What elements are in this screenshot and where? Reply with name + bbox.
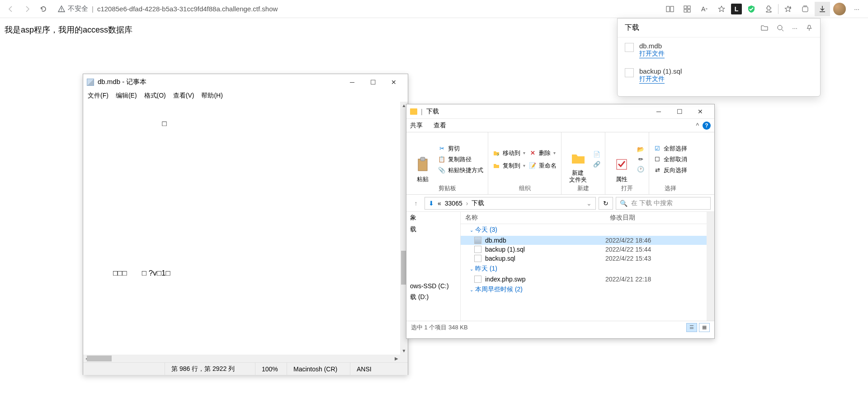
group-yesterday[interactable]: ⌄昨天 (1) <box>461 263 714 275</box>
delete-button[interactable]: ✕删除▾ <box>529 149 557 157</box>
cursor-position: 第 986 行，第 2922 列 <box>165 363 255 375</box>
line-ending: Macintosh (CR) <box>287 363 350 375</box>
shield-icon[interactable] <box>744 2 759 16</box>
file-row[interactable]: backup (1).sql 2022/4/22 15:44 <box>461 245 714 254</box>
file-icon <box>474 246 481 253</box>
nav-item[interactable]: 象 <box>406 212 460 224</box>
download-item[interactable]: backup (1).sql 打开文件 <box>618 63 820 88</box>
file-icon <box>625 68 634 77</box>
svg-point-1 <box>61 10 62 11</box>
group-earlier[interactable]: ⌄本周早些时候 (2) <box>461 284 714 295</box>
back-button[interactable] <box>4 2 18 16</box>
more-icon[interactable]: ··· <box>849 2 864 16</box>
notepad-titlebar[interactable]: db.mdb - 记事本 ─ ☐ ✕ <box>83 74 408 90</box>
explorer-ribbon: 粘贴 ✂剪切 📋复制路径 📎粘贴快捷方式 剪贴板 移动到▾ 复制到▾ ✕删除▾ … <box>406 132 714 195</box>
open-file-link[interactable]: 打开文件 <box>639 75 665 84</box>
invert-selection-button[interactable]: ⇄反向选择 <box>654 166 687 174</box>
menu-edit[interactable]: 编辑(E) <box>116 92 137 100</box>
scroll-thumb[interactable] <box>87 356 112 361</box>
file-row[interactable]: backup.sql 2022/4/22 15:43 <box>461 254 714 263</box>
svg-rect-3 <box>670 6 674 12</box>
svg-rect-5 <box>688 6 690 9</box>
explorer-tabs: 共享 查看 ^ ? <box>406 119 714 132</box>
file-row[interactable]: db.mdb 2022/4/22 18:46 <box>461 236 714 245</box>
svg-point-11 <box>778 25 782 30</box>
pin-icon[interactable] <box>806 24 813 32</box>
select-none-button[interactable]: ☐全部取消 <box>654 155 687 164</box>
explorer-address-bar: ↑ ⬇ « 33065 › 下载 ⌄ ↻ 🔍 在 下载 中搜索 <box>406 195 714 212</box>
folder-icon <box>410 108 417 115</box>
download-item[interactable]: db.mdb 打开文件 <box>618 37 820 63</box>
favorites-icon[interactable] <box>714 2 729 16</box>
open-folder-icon[interactable] <box>760 24 769 32</box>
file-icon <box>625 43 634 52</box>
explorer-titlebar[interactable]: | 下载 ─ ☐ ✕ <box>406 104 714 119</box>
cut-button[interactable]: ✂剪切 <box>438 145 483 153</box>
download-filename: backup (1).sql <box>639 67 682 75</box>
downloads-icon[interactable] <box>815 2 830 16</box>
svg-rect-10 <box>802 7 808 12</box>
path-bar[interactable]: ⬇ « 33065 › 下载 ⌄ <box>425 197 596 210</box>
new-folder-button[interactable]: 新建 文件夹 <box>566 135 590 183</box>
grid-icon[interactable] <box>679 2 695 16</box>
search-icon[interactable] <box>777 24 784 32</box>
vertical-scrollbar[interactable] <box>707 212 714 321</box>
up-button[interactable]: ↑ <box>410 197 422 209</box>
menu-file[interactable]: 文件(F) <box>88 92 108 100</box>
notepad-body[interactable]: □ □□□ □ ?v□1□ □□>□9 □ □ □ □ ? 詮斖;N□Rbcb?… <box>83 102 408 362</box>
nav-item[interactable]: 载 (D:) <box>406 291 460 303</box>
tab-share[interactable]: 共享 <box>410 122 423 130</box>
rename-button[interactable]: 📝重命名 <box>529 162 557 170</box>
text-size-icon[interactable]: A» <box>697 2 712 16</box>
move-to-button[interactable]: 移动到▾ <box>493 149 525 157</box>
nav-item[interactable]: 载 <box>406 224 460 235</box>
search-box[interactable]: 🔍 在 下载 中搜索 <box>616 197 711 210</box>
maximize-button[interactable]: ☐ <box>363 75 383 89</box>
minimize-button[interactable]: ─ <box>342 75 363 89</box>
svg-rect-6 <box>684 9 687 12</box>
tab-view[interactable]: 查看 <box>434 122 446 130</box>
nav-item[interactable]: ows-SSD (C:) <box>406 281 460 291</box>
zoom-level: 100% <box>255 363 287 375</box>
collections-icon[interactable] <box>797 2 813 16</box>
file-row[interactable]: index.php.swp 2022/4/21 22:18 <box>461 275 714 284</box>
address-bar[interactable]: 不安全 | c12085e6-dfad-4228-b5a3-31cc9fd4f8… <box>53 3 660 15</box>
minimize-button[interactable]: ─ <box>648 105 669 118</box>
copy-to-button[interactable]: 复制到▾ <box>493 162 525 170</box>
extensions-icon[interactable] <box>761 2 776 16</box>
refresh-button[interactable]: ↻ <box>599 197 613 210</box>
collapse-ribbon-icon[interactable]: ^ <box>696 122 699 129</box>
explorer-file-list[interactable]: 名称 修改日期 ⌄今天 (3) db.mdb 2022/4/22 18:46 b… <box>461 212 714 321</box>
details-view-button[interactable]: ☰ <box>686 323 697 332</box>
select-all-button[interactable]: ☑全部选择 <box>654 145 687 153</box>
maximize-button[interactable]: ☐ <box>669 105 690 118</box>
horizontal-scrollbar[interactable]: ◀ ▶ <box>83 355 408 362</box>
explorer-statusbar: 选中 1 个项目 348 KB ☰ ▦ <box>406 321 714 333</box>
open-file-link[interactable]: 打开文件 <box>639 50 665 58</box>
reading-view-icon[interactable] <box>662 2 678 16</box>
downloads-title: 下载 <box>625 23 639 33</box>
add-favorite-icon[interactable] <box>780 2 796 16</box>
properties-button[interactable]: 属性 <box>610 135 633 183</box>
forward-button[interactable] <box>20 2 34 16</box>
ext-l-icon[interactable]: L <box>731 4 742 14</box>
copy-path-button[interactable]: 📋复制路径 <box>438 155 483 164</box>
col-name[interactable]: 名称 <box>461 212 605 224</box>
menu-view[interactable]: 查看(V) <box>173 92 194 100</box>
profile-avatar[interactable] <box>832 2 847 16</box>
group-today[interactable]: ⌄今天 (3) <box>461 224 714 236</box>
close-button[interactable]: ✕ <box>383 75 404 89</box>
explorer-nav-pane[interactable]: 象 载 ows-SSD (C:) 载 (D:) <box>406 212 461 321</box>
icons-view-button[interactable]: ▦ <box>699 323 710 332</box>
help-icon[interactable]: ? <box>703 122 711 130</box>
paste-shortcut-button[interactable]: 📎粘贴快捷方式 <box>438 166 483 174</box>
more-icon[interactable]: ··· <box>792 24 797 32</box>
menu-help[interactable]: 帮助(H) <box>201 92 222 100</box>
refresh-button[interactable] <box>36 2 51 16</box>
explorer-title: 下载 <box>426 108 439 116</box>
menu-format[interactable]: 格式(O) <box>144 92 166 100</box>
file-icon <box>474 276 481 283</box>
paste-button[interactable]: 粘贴 <box>411 135 434 183</box>
col-date[interactable]: 修改日期 <box>605 212 673 224</box>
close-button[interactable]: ✕ <box>690 105 711 118</box>
